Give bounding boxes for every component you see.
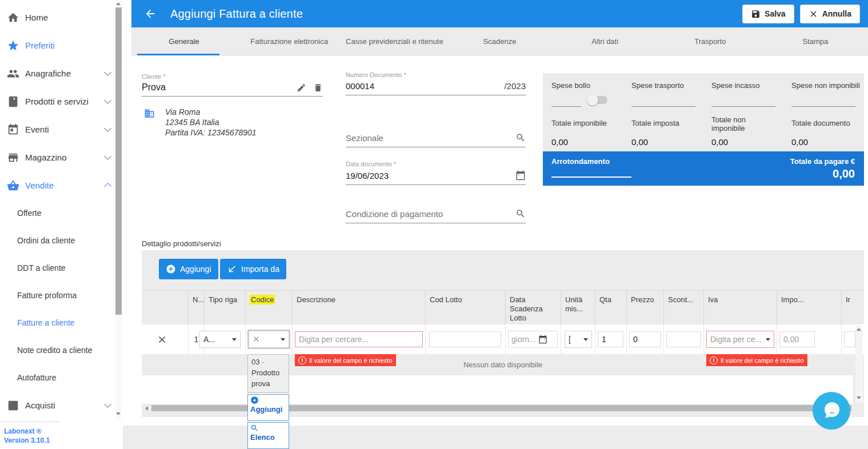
codice-select[interactable]: ✕ bbox=[249, 331, 289, 348]
data-documento-input[interactable] bbox=[346, 171, 515, 181]
back-arrow-icon[interactable] bbox=[144, 7, 157, 20]
col-codice: Codice bbox=[246, 291, 293, 325]
tab-label: Stampa bbox=[803, 37, 829, 46]
sidebar-item-home[interactable]: Home bbox=[0, 3, 123, 31]
sezionale-input[interactable] bbox=[346, 133, 515, 143]
tipo-riga-value: A... bbox=[203, 335, 215, 344]
sidebar-item-ordini-da-cliente[interactable]: Ordini da cliente bbox=[0, 227, 123, 254]
main-area: Aggiungi Fattura a cliente Salva Annulla… bbox=[123, 0, 868, 449]
ir-input[interactable] bbox=[844, 331, 855, 347]
sidebar-item-prodotti-e-servizi[interactable]: Prodotti e servizi bbox=[0, 87, 123, 115]
spese-trasporto-input[interactable] bbox=[631, 95, 695, 107]
col-importo: Impo... bbox=[777, 291, 842, 325]
add-row-button[interactable]: Aggiungi bbox=[159, 259, 218, 279]
cell-actions bbox=[142, 324, 189, 354]
spese-non-imponibili-input[interactable] bbox=[791, 95, 855, 107]
tab-trasporto[interactable]: Trasporto bbox=[658, 27, 763, 55]
cliente-input[interactable] bbox=[142, 82, 290, 93]
sidebar-item-note-credito-a-cliente[interactable]: Note credito a cliente bbox=[0, 336, 123, 364]
descrizione-input[interactable] bbox=[295, 331, 423, 347]
tab-scadenze[interactable]: Scadenze bbox=[447, 27, 552, 55]
add-row-label: Aggiungi bbox=[180, 264, 211, 274]
col-prezzo: Prezzo bbox=[627, 291, 664, 325]
tab-altri-dati[interactable]: Altri dati bbox=[553, 27, 658, 55]
delete-icon[interactable] bbox=[313, 83, 323, 93]
sidebar-item-preferiti[interactable]: Preferiti bbox=[0, 31, 123, 59]
tab-stampa[interactable]: Stampa bbox=[763, 27, 868, 55]
scrollbar-thumb[interactable] bbox=[115, 7, 122, 315]
cell-qta bbox=[595, 324, 627, 354]
version-number: Version 3.10.1 bbox=[4, 436, 50, 445]
sidebar-item-fatture-proforma[interactable]: Fatture proforma bbox=[0, 282, 123, 309]
sconto-input[interactable] bbox=[666, 331, 701, 347]
sidebar-item-eventi[interactable]: Eventi bbox=[0, 115, 123, 143]
importo-input[interactable] bbox=[779, 331, 815, 347]
caret-down-icon bbox=[766, 338, 770, 341]
col-ir: Ir bbox=[842, 291, 864, 325]
dropdown-add-button[interactable]: Aggiungi bbox=[247, 394, 289, 421]
tab-generale[interactable]: Generale bbox=[131, 27, 237, 55]
chevron-down-icon bbox=[104, 69, 111, 76]
scroll-down-icon[interactable] bbox=[116, 412, 121, 415]
sidebar-item-vendite[interactable]: Vendite bbox=[0, 171, 123, 199]
sidebar-item-autofatture[interactable]: Autofatture bbox=[0, 364, 123, 391]
data-documento-label: Data documento * bbox=[346, 161, 526, 167]
spese-bollo-label: Spese bollo bbox=[551, 81, 590, 90]
qta-input[interactable] bbox=[598, 331, 623, 347]
unita-misura-select[interactable]: [ bbox=[565, 331, 592, 348]
tab-fatturazione-elettronica[interactable]: Fatturazione elettronica bbox=[237, 27, 342, 55]
tipo-riga-select[interactable]: A... bbox=[199, 331, 241, 348]
spese-incasso-input[interactable] bbox=[711, 95, 775, 107]
search-icon[interactable] bbox=[515, 133, 526, 143]
chevron-down-icon bbox=[104, 97, 111, 104]
no-data-text: Nessun dato disponibile bbox=[463, 360, 542, 369]
calendar-icon[interactable] bbox=[538, 335, 547, 344]
clear-x-icon[interactable]: ✕ bbox=[253, 334, 260, 344]
scadenza-placeholder[interactable]: giorn... bbox=[511, 335, 536, 344]
iva-placeholder: Digita per ce... bbox=[710, 335, 762, 344]
sidebar-item-ddt-a-cliente[interactable]: DDT a cliente bbox=[0, 254, 123, 282]
col-tipo-riga: Tipo riga bbox=[205, 291, 246, 325]
import-from-button[interactable]: Importa da bbox=[220, 259, 286, 279]
condizione-pagamento-input[interactable] bbox=[346, 209, 515, 219]
cod-lotto-input[interactable] bbox=[429, 331, 501, 347]
spese-bollo-input[interactable] bbox=[551, 95, 581, 107]
prezzo-input[interactable] bbox=[629, 331, 661, 347]
chat-launcher-button[interactable] bbox=[813, 392, 850, 430]
sub-item-label: Fatture proforma bbox=[17, 291, 77, 300]
spese-bollo-toggle[interactable] bbox=[588, 96, 607, 104]
sidebar-item-fatture-a-cliente[interactable]: Fatture a cliente bbox=[0, 309, 123, 336]
tab-label: Altri dati bbox=[591, 37, 618, 46]
scroll-up-icon[interactable] bbox=[857, 328, 861, 331]
sidebar-item-offerte[interactable]: Offerte bbox=[0, 199, 123, 227]
error-text: Il valore del campo è richiesto bbox=[721, 357, 804, 364]
cell-importo bbox=[777, 324, 842, 354]
sidebar-item-anagrafiche[interactable]: Anagrafiche bbox=[0, 59, 123, 87]
arrotondamento-input[interactable] bbox=[551, 177, 631, 178]
sub-item-label: Fatture a cliente bbox=[17, 318, 74, 327]
calendar-icon[interactable] bbox=[515, 170, 526, 181]
table-vertical-scrollbar[interactable] bbox=[855, 326, 863, 403]
cancel-button[interactable]: Annulla bbox=[800, 5, 860, 23]
remove-row-icon[interactable] bbox=[157, 334, 167, 345]
totale-da-pagare-label: Totale da pagare € bbox=[790, 157, 855, 166]
totale-da-pagare-value: 0,00 bbox=[833, 167, 855, 181]
edit-icon[interactable] bbox=[297, 83, 306, 93]
sidebar-item-acquisti[interactable]: Acquisti bbox=[0, 391, 123, 419]
dropdown-list-label: Elenco bbox=[250, 433, 275, 442]
numero-documento-input[interactable] bbox=[346, 81, 504, 91]
dropdown-list-button[interactable]: Elenco bbox=[247, 422, 289, 449]
scroll-left-icon[interactable] bbox=[145, 406, 148, 411]
chevron-down-icon bbox=[104, 125, 111, 132]
sidebar-scrollbar[interactable] bbox=[115, 0, 122, 420]
tab-label: Fatturazione elettronica bbox=[250, 37, 328, 46]
codice-option-prodotto-prova[interactable]: 03 · Prodotto prova bbox=[247, 354, 289, 393]
search-icon[interactable] bbox=[515, 209, 526, 219]
sidebar-item-magazzino[interactable]: Magazzino bbox=[0, 143, 123, 171]
gutter bbox=[123, 0, 131, 426]
tab-casse-previdenziali[interactable]: Casse previdenziali e ritenute bbox=[342, 27, 447, 55]
iva-select[interactable]: Digita per ce... bbox=[706, 331, 774, 348]
save-button[interactable]: Salva bbox=[742, 5, 794, 23]
scroll-up-icon[interactable] bbox=[116, 2, 121, 5]
scroll-down-icon[interactable] bbox=[857, 396, 861, 399]
